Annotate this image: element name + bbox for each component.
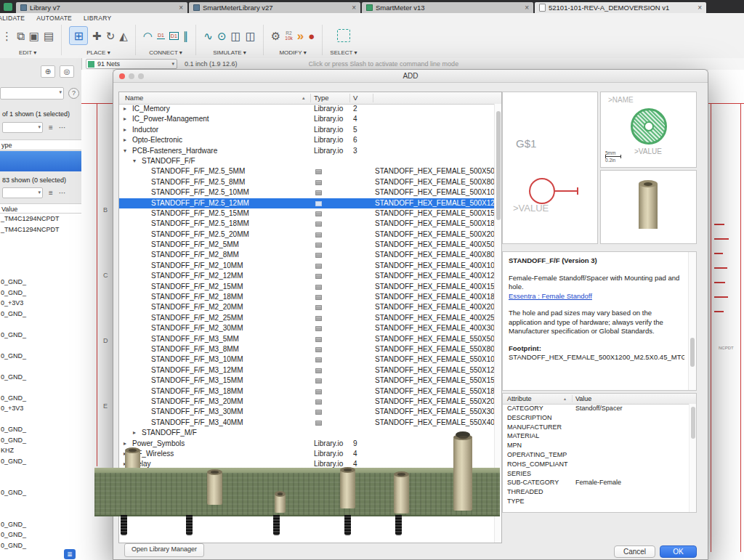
tree-row[interactable]: ▾PCB-Fasteners_HardwareLibrary.io3 <box>119 146 501 156</box>
document-tab[interactable]: SmartMeter v13× <box>362 2 533 13</box>
list-item[interactable]: 0_GND_ <box>0 351 81 362</box>
list-item[interactable] <box>0 235 81 245</box>
type-column-header[interactable]: ype <box>0 139 81 150</box>
list-options-icon[interactable]: ≡ <box>49 190 53 197</box>
list-item[interactable]: 0_GND_ <box>0 372 81 383</box>
tree-row[interactable]: STANDOFF_F/F_M2.5_18MMSTANDOFF_HEX_FEMAL… <box>119 219 501 229</box>
cancel-button[interactable]: Cancel <box>614 545 655 558</box>
close-icon[interactable]: × <box>352 4 356 12</box>
ribbon-tab-validate[interactable]: VALIDATE <box>0 15 25 22</box>
list-item[interactable]: 0_GND_ <box>0 456 81 467</box>
column-divider[interactable] <box>310 94 311 102</box>
tree-row[interactable]: ▸RF_WirelessLibrary.io4 <box>119 449 501 459</box>
chevron-right-icon[interactable]: ▸ <box>133 428 136 438</box>
tree-row[interactable]: ▸RelayLibrary.io4 <box>119 459 501 469</box>
list-item[interactable] <box>0 267 81 277</box>
scroll-thumb[interactable] <box>691 407 695 439</box>
list-item[interactable] <box>0 382 81 393</box>
schematic-canvas-right[interactable]: NCPDT <box>708 70 744 560</box>
list-item[interactable] <box>0 245 81 256</box>
meter2-icon[interactable]: ◫ <box>246 31 256 41</box>
list-item[interactable]: 0_GND_ <box>0 529 81 540</box>
attribute-row[interactable]: MPN <box>503 441 696 450</box>
list-item[interactable]: 0_GND_ <box>0 277 81 288</box>
attribute-row[interactable]: SUB-CATEGORYFemale-Female <box>503 478 696 487</box>
schematic-canvas-left[interactable]: B C D E <box>81 70 113 560</box>
tree-row[interactable]: STANDOFF_F/F_M2_10MMSTANDOFF_HEX_FEMALE_… <box>119 261 501 271</box>
chevron-right-icon[interactable]: ▸ <box>124 439 126 449</box>
tree-row[interactable]: STANDOFF_F/F_M2.5_15MMSTANDOFF_HEX_FEMAL… <box>119 208 501 219</box>
tree-row[interactable]: STANDOFF_F/F_M3_12MMSTANDOFF_HEX_FEMALE_… <box>119 365 501 376</box>
help-icon[interactable]: ? <box>68 88 79 99</box>
nets-dropdown[interactable]: 91 Nets ▾ <box>86 59 177 69</box>
chevron-right-icon[interactable]: ▸ <box>124 135 126 145</box>
command-line-input[interactable] <box>307 60 623 68</box>
select-box-icon[interactable] <box>337 29 350 42</box>
list-item[interactable]: 0_GND_ <box>0 435 81 446</box>
column-divider[interactable] <box>373 94 373 102</box>
column-version[interactable]: V <box>353 94 357 102</box>
list-item[interactable]: 0_GND_ <box>0 424 81 435</box>
document-tab[interactable]: 52101-101-REV-A_DEMOVERSION v1× <box>535 2 706 13</box>
tree-row[interactable]: STANDOFF_F/F_M3_30MMSTANDOFF_HEX_FEMALE_… <box>119 407 501 417</box>
value-column-header[interactable]: Value <box>0 203 81 214</box>
list-item[interactable]: KHZ <box>0 445 81 456</box>
modify-menu[interactable]: MODIFY ▾ <box>279 49 306 56</box>
chevron-right-icon[interactable]: ▸ <box>124 104 126 114</box>
net-name-icon[interactable]: D1 <box>157 32 165 39</box>
list-item[interactable]: 0_+3V3 <box>0 298 81 309</box>
tree-row[interactable]: ▾STANDOFF_F/F <box>119 156 501 166</box>
list-item[interactable]: _TM4C1294NCPDT <box>0 214 81 224</box>
rotate-icon[interactable]: ↻ <box>106 31 116 41</box>
tree-scrollbar[interactable] <box>494 104 501 543</box>
tree-row[interactable]: STANDOFF_F/F_M2.5_10MMSTANDOFF_HEX_FEMAL… <box>119 187 501 198</box>
wrench-icon[interactable]: ⚙ <box>271 31 280 41</box>
meter-icon[interactable]: ◫ <box>230 31 240 41</box>
list-item[interactable] <box>0 256 81 267</box>
change-value-icon[interactable]: R2 10k <box>285 31 292 41</box>
list-item[interactable]: 0_GND_ <box>0 309 81 320</box>
wire-icon[interactable]: ◠ <box>143 31 153 41</box>
list-item[interactable]: 0_GND_ <box>0 393 81 404</box>
mirror-icon[interactable]: ◭ <box>119 31 128 41</box>
datasheet-link[interactable]: Essentra : Female Standoff <box>509 292 592 301</box>
scroll-thumb[interactable] <box>496 111 501 220</box>
more-options-icon[interactable]: ⋯ <box>59 124 66 131</box>
tree-row[interactable]: ▸IC_MemoryLibrary.io2 <box>119 104 501 114</box>
waveform-icon[interactable]: ∿ <box>203 31 213 41</box>
list-item[interactable] <box>0 466 81 477</box>
tree-row[interactable]: STANDOFF_F/F_M3_18MMSTANDOFF_HEX_FEMALE_… <box>119 386 501 397</box>
list-item[interactable] <box>0 477 81 488</box>
attribute-row[interactable]: DESCRIPTION <box>503 413 696 423</box>
list-filter-dropdown[interactable]: ▾ <box>2 122 43 133</box>
selected-list-row[interactable] <box>0 151 81 171</box>
tree-row[interactable]: STANDOFF_F/F_M2_18MMSTANDOFF_HEX_FEMALE_… <box>119 292 501 302</box>
overflow-dots-icon[interactable]: ⋮ <box>1 31 12 41</box>
edit-menu[interactable]: EDIT ▾ <box>19 49 36 56</box>
list-item[interactable]: 0_GND_ <box>0 288 81 299</box>
tree-row[interactable]: STANDOFF_F/F_M2_15MMSTANDOFF_HEX_FEMALE_… <box>119 282 501 292</box>
column-type[interactable]: Type <box>314 94 329 102</box>
tree-row[interactable]: STANDOFF_F/F_M2_8MMSTANDOFF_HEX_FEMALE_4… <box>119 250 501 260</box>
attributes-scrollbar[interactable] <box>689 404 696 512</box>
list-item[interactable] <box>0 319 81 330</box>
list-item[interactable] <box>0 340 81 351</box>
list-item[interactable] <box>0 508 81 519</box>
tree-row[interactable]: STANDOFF_F/F_M3_10MMSTANDOFF_HEX_FEMALE_… <box>119 354 501 365</box>
chevron-right-icon[interactable]: ▸ <box>124 125 126 135</box>
attribute-row[interactable]: THREADED <box>503 487 696 497</box>
tree-row[interactable]: STANDOFF_F/F_M3_15MMSTANDOFF_HEX_FEMALE_… <box>119 376 501 386</box>
description-scrollbar[interactable] <box>688 252 696 390</box>
list-item[interactable]: 0_GND_ <box>0 330 81 341</box>
more-options-icon[interactable]: ⋯ <box>59 190 66 197</box>
attribute-row[interactable]: MANUFACTURER <box>503 423 696 432</box>
close-icon[interactable]: × <box>525 4 529 12</box>
zoom-tool-button[interactable]: ◎ <box>60 65 74 78</box>
attribute-row[interactable]: MATERIAL <box>503 431 696 441</box>
close-icon[interactable]: × <box>698 4 702 12</box>
tree-row[interactable]: STANDOFF_F/F_M3_20MMSTANDOFF_HEX_FEMALE_… <box>119 397 501 407</box>
chevron-down-icon[interactable]: ▾ <box>133 156 136 166</box>
add-part-button[interactable]: ⊞ <box>69 26 88 45</box>
tree-row[interactable]: STANDOFF_F/F_M2_5MMSTANDOFF_HEX_FEMALE_4… <box>119 240 501 250</box>
scroll-thumb[interactable] <box>690 338 695 367</box>
